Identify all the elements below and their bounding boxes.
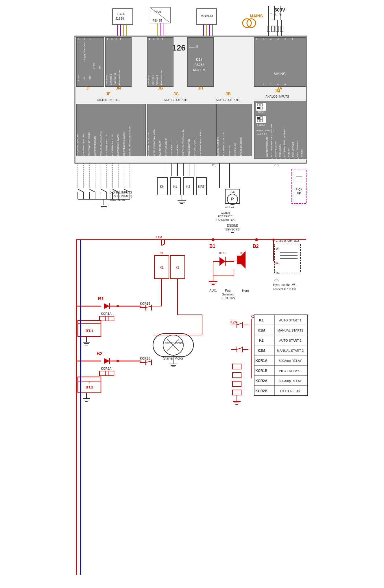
svg-text:2: 2 [115, 38, 117, 40]
svg-text:9: 9 [124, 157, 125, 159]
svg-text:E.C.U: E.C.U [117, 12, 125, 16]
svg-text:9: 9 [195, 157, 196, 159]
jg-label: JG [158, 86, 163, 90]
svg-text:PULL UP: PULL UP [287, 148, 290, 157]
svg-text:2: 2 [154, 157, 156, 159]
svg-text:KFS: KFS [219, 251, 225, 255]
svg-text:10: 10 [305, 157, 308, 160]
pickup-box [292, 169, 306, 204]
svg-text:Charger Alternator: Charger Alternator [276, 239, 299, 242]
svg-text:STATIC OUTPUTS: STATIC OUTPUTS [216, 98, 241, 102]
svg-text:8: 8 [118, 157, 120, 159]
svg-line-179 [101, 189, 107, 192]
svg-text:CANBUS L: CANBUS L [110, 73, 112, 85]
svg-text:1: 1 [162, 38, 163, 40]
svg-text:MODEM: MODEM [193, 68, 205, 72]
svg-text:AUXILIARY OUTPUT -B-: AUXILIARY OUTPUT -B- [222, 132, 225, 156]
svg-text:OHM: OHM [258, 111, 264, 113]
svg-text:PRESSURE: PRESSURE [218, 215, 232, 218]
svg-text:KFS: KFS [198, 185, 204, 188]
svg-text:10: 10 [130, 157, 133, 159]
svg-text:FAIL TO START: FAIL TO START [159, 140, 161, 156]
svg-text:2: 2 [272, 157, 273, 160]
svg-text:1: 1 [120, 38, 121, 40]
svg-text:ENGINE RUNNING: ENGINE RUNNING [217, 137, 219, 156]
svg-text:6: 6 [107, 157, 108, 159]
svg-text:0V: 0V [99, 66, 101, 69]
svg-text:5: 5 [172, 157, 173, 159]
svg-text:+24V: +24V [89, 75, 91, 81]
kcr1a-label: KCR1A [101, 312, 112, 315]
svg-text:3: 3 [230, 157, 231, 159]
svg-text:3: 3 [111, 38, 112, 40]
svg-line-176 [89, 189, 95, 192]
wiring-diagram: 600V T S R MAINS E.C.U J1939 USB RS485 M… [72, 3, 312, 588]
legend-kcr2a-key: KCR2A [255, 379, 267, 383]
svg-text:+12V: +12V [77, 75, 80, 81]
kcr1b-label: KCR1B [140, 302, 151, 305]
svg-rect-137 [257, 117, 260, 119]
svg-text:MODEM: MODEM [201, 14, 213, 18]
svg-text:TEMPERATURE SWITCH: TEMPERATURE SWITCH [88, 131, 91, 156]
b2-diode-label: B2 [97, 351, 103, 356]
svg-text:CHARGER 2 FAILURE: CHARGER 2 FAILURE [82, 134, 85, 156]
svg-text:RS485: RS485 [152, 19, 162, 22]
svg-text:8: 8 [189, 157, 191, 159]
ja-connector [254, 38, 306, 87]
svg-point-263 [272, 239, 275, 241]
svg-text:3: 3 [153, 38, 154, 40]
svg-marker-270 [104, 303, 110, 309]
asterisk-note: (**) [274, 279, 278, 282]
svg-text:-: - [89, 324, 90, 328]
svg-text:AUXILIARY INPUT -A-: AUXILIARY INPUT -A- [105, 134, 108, 156]
svg-text:B+: B+ [274, 261, 278, 265]
svg-line-173 [78, 189, 84, 192]
svg-text:OIL PRESSURE SWITCH: OIL PRESSURE SWITCH [123, 131, 125, 156]
jc-asterisk: (**) [212, 163, 216, 167]
svg-text:S: S [277, 84, 279, 85]
svg-text:T: T [284, 84, 287, 85]
svg-text:WATER PRESSURE: WATER PRESSURE [94, 136, 96, 156]
legend-k2-val: AUTO START 2 [279, 339, 301, 342]
svg-text:2: 2 [84, 38, 85, 40]
svg-text:4: 4 [270, 38, 272, 40]
svg-text:CANBUS H: CANBUS H [114, 73, 117, 85]
svg-rect-134 [260, 104, 263, 106]
legend-kcr1b-key: KCR1B [255, 369, 267, 373]
legend-k1-val: AUTO START 1 [279, 319, 301, 322]
jf-label: JF [106, 92, 111, 96]
svg-text:(DRY CONTACT): (DRY CONTACT) [110, 195, 132, 198]
svg-text:Starter Motor: Starter Motor [163, 341, 183, 345]
kcr2b-label: KCR2B [140, 357, 151, 360]
svg-text:10: 10 [201, 157, 204, 159]
svg-text:PICK: PICK [296, 188, 302, 191]
svg-text:ENGINE: ENGINE [227, 224, 238, 227]
svg-rect-299 [105, 371, 114, 376]
ji-label: JI [86, 86, 90, 90]
svg-text:connect # 7 to # 8: connect # 7 to # 8 [273, 288, 296, 291]
svg-text:+ Supply 36Vdc max: + Supply 36Vdc max [83, 41, 86, 63]
legend-kcr1a-val: 800Amp RELAY [279, 359, 302, 362]
legend-k1-key: K1 [259, 318, 264, 322]
svg-line-318 [237, 323, 243, 325]
svg-text:3: 3 [276, 157, 277, 160]
svg-text:4-20mA: 4-20mA [257, 124, 265, 126]
k1-contact-label: K1 [160, 251, 163, 255]
svg-text:ANALOG INPUTS: ANALOG INPUTS [265, 95, 289, 98]
svg-text:4: 4 [149, 38, 150, 40]
aux-label: AUX. [209, 289, 217, 292]
svg-text:PICK UP PLUS: PICK UP PLUS [292, 142, 294, 157]
svg-text:ENGINE PROTECTION MODE: ENGINE PROTECTION MODE [128, 126, 131, 156]
svg-line-324 [237, 347, 243, 349]
svg-text:0V: 0V [83, 77, 86, 79]
svg-text:SIGNAL B: SIGNAL B [152, 75, 154, 85]
legend-kcr1b-val: PILOT RELAY 1 [279, 369, 302, 373]
svg-text:FUEL LEVEL (RESERVE): FUEL LEVEL (RESERVE) [99, 131, 102, 156]
svg-text:SIGNAL A: SIGNAL A [156, 75, 158, 85]
svg-text:5: 5 [285, 157, 286, 160]
svg-text:RS232: RS232 [194, 63, 204, 66]
svg-text:MODE AUTO: MODE AUTO [234, 143, 237, 156]
svg-rect-140 [260, 120, 263, 122]
svg-text:CRANK PILOT 1: CRANK PILOT 1 [176, 140, 179, 156]
svg-text:AUXILIARY OUTPUT -A-: AUXILIARY OUTPUT -A- [147, 132, 150, 156]
